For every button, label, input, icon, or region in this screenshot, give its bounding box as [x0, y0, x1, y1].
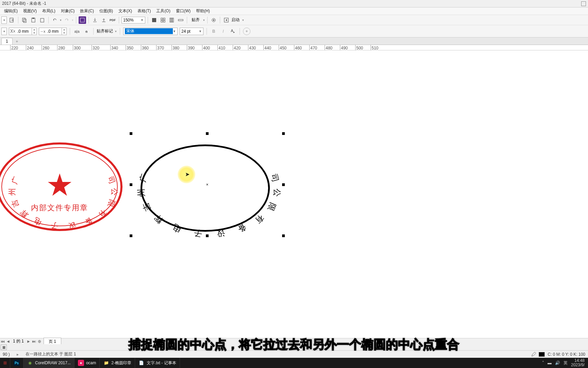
add-icon[interactable]: + — [243, 28, 250, 35]
snapmark-label[interactable]: 贴齐标记 — [97, 28, 113, 34]
page-last-icon[interactable]: ⏭ — [31, 339, 37, 344]
toolbar-dropdown-1[interactable]: ▾ — [1, 16, 7, 24]
horizontal-ruler[interactable]: 2202402602803003203403503603703803904004… — [0, 45, 588, 50]
handle-top-left[interactable] — [130, 132, 132, 135]
app-launcher-icon[interactable] — [223, 16, 230, 24]
doc-tab-1[interactable]: 1 — [1, 38, 13, 45]
windows-taskbar: ⊞ Ps ◉CorelDRAW 2017... ●ocam 📁2-椭圆印章 📄文… — [0, 358, 588, 368]
color-none-row: ⊠ — [0, 344, 588, 350]
offset-x-input[interactable]: ⵋx .0 mm ▲▼ — [9, 28, 37, 35]
text-case-icon[interactable]: a|a — [73, 28, 81, 35]
italic-button[interactable]: I — [219, 28, 227, 35]
tray-date: 2023/9/ — [571, 363, 585, 367]
menu-bitmap[interactable]: 位图(B) — [97, 8, 116, 14]
menu-object[interactable]: 对象(C) — [58, 8, 78, 14]
selection-bounds[interactable]: 广州吉辉电子设备有限公司 × — [131, 134, 283, 236]
fullscreen-icon[interactable] — [150, 16, 158, 24]
menu-tools[interactable]: 工具(O) — [153, 8, 173, 14]
no-fill-button[interactable]: ⊠ — [1, 344, 7, 350]
handle-bot-right[interactable] — [282, 234, 285, 237]
menu-window[interactable]: 窗口(W) — [173, 8, 193, 14]
columns-icon[interactable] — [168, 16, 176, 24]
handle-bot-left[interactable] — [130, 234, 132, 237]
clipboard-icon[interactable] — [38, 16, 46, 24]
system-tray[interactable]: ˄ ▬ 🔊 英 14:48 2023/9/ — [539, 358, 588, 367]
taskbar-coreldraw[interactable]: ◉CorelDRAW 2017... — [23, 358, 75, 368]
document-tabs: 1 + — [0, 37, 588, 45]
redo-icon[interactable] — [63, 16, 70, 24]
handle-top-right[interactable] — [282, 132, 285, 135]
offset-y-input[interactable]: →x .0 mm ▲▼ — [39, 28, 67, 35]
svg-rect-11 — [163, 20, 165, 22]
font-family-select[interactable]: 宋体▼ — [123, 28, 178, 35]
taskbar-coreldraw-label: CorelDRAW 2017... — [35, 361, 71, 365]
svg-rect-6 — [80, 18, 84, 22]
handle-top-mid[interactable] — [206, 132, 209, 135]
tray-ime[interactable]: 英 — [564, 360, 568, 366]
menu-help[interactable]: 帮助(H) — [193, 8, 213, 14]
handle-mid-left[interactable] — [130, 183, 132, 186]
undo-icon[interactable] — [51, 16, 59, 24]
page-prev-icon[interactable]: ◄ — [5, 339, 11, 344]
zoom-level[interactable]: 150%▼ — [121, 17, 145, 24]
taskbar-notepad[interactable]: 📄文字.txt - 记事本 — [135, 358, 180, 368]
menu-edit[interactable]: 编辑(E) — [1, 8, 20, 14]
prop-dropdown[interactable]: ▾ — [1, 28, 7, 35]
window-title: 2017 (64-Bit) - 未命名 -1 — [2, 1, 46, 6]
taskbar-photoshop[interactable]: Ps — [10, 358, 23, 368]
export2-icon[interactable] — [100, 16, 108, 24]
search-content-icon[interactable] — [79, 16, 86, 24]
svg-rect-1 — [22, 18, 25, 21]
text-strike-icon[interactable]: a — [83, 28, 90, 35]
menu-bar: 编辑(E) 视图(V) 布局(L) 对象(C) 效果(C) 位图(B) 文本(X… — [0, 7, 588, 15]
canvas-area[interactable]: 广州吉辉电子设备有限公司 ★ 内部文件专用章 广州吉辉电子设备有限公司 × ➤ — [0, 50, 588, 338]
tray-chevron-icon[interactable]: ˄ — [542, 361, 544, 365]
ruler-icon[interactable] — [177, 16, 184, 24]
font-size-value: 24 pt — [181, 29, 191, 34]
font-size-select[interactable]: 24 pt▼ — [180, 28, 203, 35]
menu-layout[interactable]: 布局(L) — [39, 8, 58, 14]
taskbar-folder[interactable]: 📁2-椭圆印章 — [100, 358, 135, 368]
import-icon[interactable] — [91, 16, 99, 24]
tray-battery-icon[interactable]: ▬ — [548, 361, 552, 365]
taskbar-ocam-label: ocam — [86, 361, 96, 365]
svg-rect-5 — [40, 18, 44, 22]
offset-y-value: .0 mm — [46, 29, 62, 34]
bold-button[interactable]: B — [210, 28, 217, 35]
svg-rect-9 — [163, 18, 165, 20]
ellipse-arc-text: 广州吉辉电子设备有限公司 — [141, 140, 270, 228]
handle-mid-right[interactable] — [282, 183, 285, 186]
launch-label[interactable]: 启动 — [231, 17, 240, 23]
menu-effect[interactable]: 效果(C) — [77, 8, 97, 14]
paste-icon[interactable] — [30, 16, 37, 24]
taskbar-start[interactable]: ⊞ — [0, 358, 10, 368]
pdf-icon[interactable]: PDF — [109, 16, 116, 24]
page-first-icon[interactable]: ⏮ — [0, 339, 5, 344]
fill-swatch[interactable] — [539, 352, 545, 357]
font-family-value: 宋体 — [125, 28, 173, 34]
page-add-icon[interactable]: ⊕ — [37, 339, 42, 344]
copy-icon[interactable] — [21, 16, 28, 24]
menu-text[interactable]: 文本(X) — [116, 8, 135, 14]
add-tab-button[interactable]: + — [14, 39, 20, 45]
svg-rect-4 — [32, 18, 34, 19]
snap-label[interactable]: 贴齐 — [190, 17, 202, 23]
star-icon: ★ — [46, 170, 74, 200]
page-next-icon[interactable]: ► — [26, 339, 31, 344]
svg-rect-14 — [173, 18, 174, 22]
taskbar-ocam[interactable]: ●ocam — [75, 358, 100, 368]
export-icon[interactable] — [8, 16, 16, 24]
menu-view[interactable]: 视图(V) — [20, 8, 39, 14]
tray-clock[interactable]: 14:48 2023/9/ — [571, 358, 585, 367]
toolbar-standard: ▾ ▾ ▾ PDF 150%▼ 贴齐▾ 启动▾ — [0, 15, 588, 25]
offset-x-label: ⵋx — [9, 29, 16, 33]
grid-icon[interactable] — [159, 16, 167, 24]
menu-table[interactable]: 表格(T) — [135, 8, 153, 14]
window-icon[interactable] — [581, 1, 586, 6]
handle-bot-mid[interactable] — [206, 234, 209, 237]
options-icon[interactable] — [210, 16, 217, 24]
red-stamp[interactable]: 广州吉辉电子设备有限公司 ★ 内部文件专用章 — [0, 142, 122, 231]
status-coords: 90 ) — [3, 352, 10, 357]
tray-volume-icon[interactable]: 🔊 — [555, 361, 560, 365]
font-options-icon[interactable]: A▸ — [229, 28, 236, 35]
